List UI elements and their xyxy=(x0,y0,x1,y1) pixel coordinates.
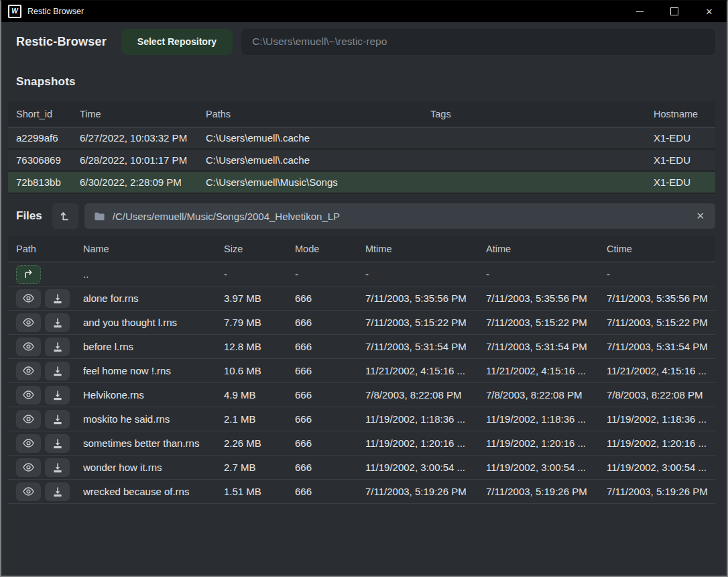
eye-icon xyxy=(22,438,35,448)
close-button[interactable]: ✕ xyxy=(692,1,727,22)
restore-file-button[interactable] xyxy=(45,482,70,501)
file-actions xyxy=(16,434,83,453)
go-parent-dir-button[interactable] xyxy=(16,265,41,284)
file-actions xyxy=(16,289,83,308)
file-name: moskito he said.rns xyxy=(83,413,224,425)
restore-file-button[interactable] xyxy=(45,410,70,429)
files-table: Path Name Size Mode Mtime Atime Ctime ..… xyxy=(8,236,715,504)
file-ctime: 7/11/2003, 5:19:26 PM xyxy=(607,486,715,497)
file-size: 10.6 MB xyxy=(224,365,295,376)
file-mode: 666 xyxy=(295,413,365,425)
snapshot-row[interactable]: 72b813bb 6/30/2022, 2:28:09 PM C:\Users\… xyxy=(8,172,715,194)
file-ctime: 7/11/2003, 5:15:22 PM xyxy=(607,317,715,328)
maximize-icon xyxy=(670,7,678,15)
minimize-button[interactable] xyxy=(622,1,657,22)
col-ctime: Ctime xyxy=(607,244,715,254)
file-atime: 11/21/2002, 4:15:16 ... xyxy=(486,365,607,376)
file-name: feel home now !.rns xyxy=(83,365,224,376)
set-root-button[interactable] xyxy=(52,203,78,229)
file-name: sometimes better than.rns xyxy=(83,437,224,449)
preview-file-button[interactable] xyxy=(16,362,41,380)
preview-file-button[interactable] xyxy=(16,386,41,405)
file-ctime: 11/19/2002, 3:00:54 ... xyxy=(607,462,715,473)
preview-file-button[interactable] xyxy=(16,458,41,477)
preview-file-button[interactable] xyxy=(16,337,41,356)
snapshots-heading: Snapshots xyxy=(1,61,727,89)
repository-path-field[interactable]: C:\Users\emuell\~\restic-repo xyxy=(241,29,715,55)
file-row[interactable]: feel home now !.rns 10.6 MB 666 11/21/20… xyxy=(8,359,715,383)
restore-file-button[interactable] xyxy=(45,337,70,356)
file-ctime: 7/11/2003, 5:31:54 PM xyxy=(607,341,715,352)
file-mode: 666 xyxy=(295,389,365,401)
file-size: 12.8 MB xyxy=(224,341,295,352)
restore-file-button[interactable] xyxy=(45,434,70,453)
file-mtime: 11/21/2002, 4:15:16 ... xyxy=(365,365,486,376)
restore-file-button[interactable] xyxy=(45,386,70,405)
snapshot-time: 6/30/2022, 2:28:09 PM xyxy=(80,176,206,188)
app-logo-icon: W xyxy=(8,5,21,18)
file-atime: 11/19/2002, 1:20:16 ... xyxy=(486,437,607,449)
file-row[interactable]: .. - - - - - xyxy=(8,262,715,286)
file-actions xyxy=(16,313,83,332)
restore-file-button[interactable] xyxy=(45,362,70,380)
app-header: Restic-Browser Select Repository C:\User… xyxy=(1,22,727,61)
file-size: 1.51 MB xyxy=(224,486,295,497)
app-title: Restic-Browser xyxy=(16,35,107,49)
current-path-bar[interactable]: /C/Users/emuell/Music/Songs/2004_Helveti… xyxy=(84,203,715,229)
download-icon xyxy=(52,317,63,328)
download-icon xyxy=(52,438,63,449)
file-atime: - xyxy=(486,268,607,280)
select-repository-button[interactable]: Select Repository xyxy=(121,29,233,55)
snapshot-paths: C:\Users\emuell\.cache xyxy=(206,154,430,166)
file-mode: 666 xyxy=(295,293,365,304)
file-atime: 11/19/2002, 1:18:36 ... xyxy=(486,413,607,425)
window-controls: ✕ xyxy=(622,1,727,22)
file-actions xyxy=(16,482,83,501)
file-actions xyxy=(16,265,83,284)
file-name: Helvikone.rns xyxy=(83,389,224,401)
snapshot-row[interactable]: a2299af6 6/27/2022, 10:03:32 PM C:\Users… xyxy=(8,127,715,150)
file-size: 7.79 MB xyxy=(224,317,295,328)
snapshot-row[interactable]: 76306869 6/28/2022, 10:01:17 PM C:\Users… xyxy=(8,150,715,172)
maximize-button[interactable] xyxy=(657,1,692,22)
file-mode: 666 xyxy=(295,486,365,497)
snapshot-time: 6/27/2022, 10:03:32 PM xyxy=(80,132,206,144)
preview-file-button[interactable] xyxy=(16,434,41,453)
file-row[interactable]: wrecked because of.rns 1.51 MB 666 7/11/… xyxy=(8,480,715,504)
file-mode: 666 xyxy=(295,462,365,473)
file-mtime: 7/11/2003, 5:15:22 PM xyxy=(365,317,486,328)
restore-file-button[interactable] xyxy=(45,458,70,477)
file-row[interactable]: before l.rns 12.8 MB 666 7/11/2003, 5:31… xyxy=(8,335,715,359)
snapshot-short-id: a2299af6 xyxy=(16,132,80,144)
file-size: 2.1 MB xyxy=(224,413,295,425)
window-title: Restic Browser xyxy=(27,7,84,16)
snapshot-short-id: 72b813bb xyxy=(16,176,80,188)
snapshot-paths: C:\Users\emuell\Music\Songs xyxy=(206,176,430,188)
eye-icon xyxy=(22,414,35,424)
file-atime: 11/19/2002, 3:00:54 ... xyxy=(486,462,607,473)
file-mode: 666 xyxy=(295,341,365,352)
file-row[interactable]: and you thought l.rns 7.79 MB 666 7/11/2… xyxy=(8,311,715,335)
snapshots-table-body: a2299af6 6/27/2022, 10:03:32 PM C:\Users… xyxy=(8,127,715,194)
current-path-text: /C/Users/emuell/Music/Songs/2004_Helveti… xyxy=(113,211,688,222)
corner-up-right-icon xyxy=(23,268,34,280)
file-row[interactable]: Helvikone.rns 4.9 MB 666 7/8/2003, 8:22:… xyxy=(8,383,715,407)
file-row[interactable]: wonder how it.rns 2.7 MB 666 11/19/2002,… xyxy=(8,456,715,480)
preview-file-button[interactable] xyxy=(16,289,41,308)
preview-file-button[interactable] xyxy=(16,482,41,501)
eye-icon xyxy=(22,486,35,496)
file-ctime: - xyxy=(607,268,715,280)
eye-icon xyxy=(22,317,35,327)
preview-file-button[interactable] xyxy=(16,410,41,429)
file-atime: 7/11/2003, 5:19:26 PM xyxy=(486,486,607,497)
restore-file-button[interactable] xyxy=(45,289,70,308)
file-name: .. xyxy=(83,268,224,280)
file-row[interactable]: alone for.rns 3.97 MB 666 7/11/2003, 5:3… xyxy=(8,286,715,311)
col-hostname: Hostname xyxy=(654,109,715,119)
col-size: Size xyxy=(224,244,295,254)
file-row[interactable]: moskito he said.rns 2.1 MB 666 11/19/200… xyxy=(8,407,715,431)
restore-file-button[interactable] xyxy=(45,313,70,332)
preview-file-button[interactable] xyxy=(16,313,41,332)
file-row[interactable]: sometimes better than.rns 2.26 MB 666 11… xyxy=(8,431,715,456)
clear-path-button[interactable]: ✕ xyxy=(694,210,706,222)
